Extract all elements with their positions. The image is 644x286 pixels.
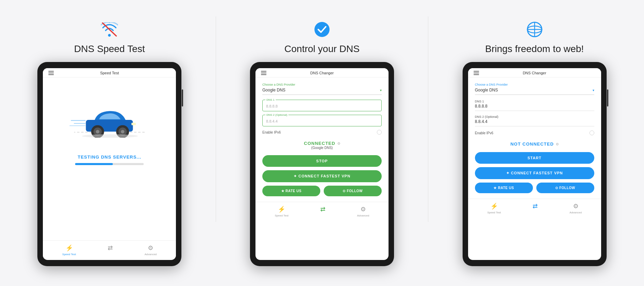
bottom-nav-3: ⚡ Speed Test ⇄ ⚙ Advanced xyxy=(468,199,601,217)
follow-button-2[interactable]: ⊙ FOLLOW xyxy=(324,186,382,196)
dns2-value-2: 8.8.4.4 xyxy=(266,119,378,123)
bottom-nav-2: ⚡ Speed Test ⇄ ⚙ Advanced xyxy=(255,202,389,220)
svg-rect-10 xyxy=(132,123,136,125)
progress-fill xyxy=(75,163,113,165)
nav-connect-2[interactable]: ⇄ xyxy=(320,206,325,217)
nav-advanced-2[interactable]: ⚙ Advanced xyxy=(357,206,369,217)
car-illustration xyxy=(65,95,154,142)
screen-3: DNS Changer Choose a DNS Provider Google… xyxy=(468,68,601,260)
enable-ipv6-3: Enable IPv6 xyxy=(475,130,594,135)
status-text-3: NOT CONNECTED xyxy=(510,141,553,147)
status-help-2: ⊙ xyxy=(337,141,340,145)
divider-1 xyxy=(216,16,216,222)
nav-connect-3[interactable]: ⇄ xyxy=(533,202,538,214)
dns2-field-3: DNS 2 (Optional) 8.8.4.4 xyxy=(475,115,594,126)
tablet-2: DNS Changer Choose a DNS Provider Google… xyxy=(250,62,394,266)
provider-select-2[interactable]: Google DNS ▾ xyxy=(262,88,382,95)
vpn-button-3[interactable]: ✦ CONNECT FASTEST VPN xyxy=(475,167,594,179)
btn-row-2: ★ RATE US ⊙ FOLLOW xyxy=(262,186,382,196)
dns2-label-2: DNS 2 (Optional) xyxy=(265,113,288,116)
screen-title-1: Speed Test xyxy=(100,71,119,75)
dns2-label-3: DNS 2 (Optional) xyxy=(475,115,594,119)
provider-value-2: Google DNS xyxy=(262,88,285,92)
dns1-field-3: DNS 1 8.8.8.8 xyxy=(475,100,594,111)
hamburger-menu-2[interactable] xyxy=(261,71,266,75)
bottom-nav-1: ⚡ Speed Test ⇄ ⚙ Advanced xyxy=(43,240,176,259)
nav-speed-test-2[interactable]: ⚡ Speed Test xyxy=(275,206,288,217)
ipv6-toggle-3[interactable] xyxy=(589,130,594,135)
panel-3-title: Brings freedom to web! xyxy=(485,43,584,54)
screen-title-3: DNS Changer xyxy=(523,71,546,75)
status-help-3: ⊙ xyxy=(556,142,559,146)
start-button[interactable]: START xyxy=(475,152,594,164)
status-text-2: CONNECTED xyxy=(304,141,335,146)
provider-select-3[interactable]: Google DNS ▾ xyxy=(475,88,594,95)
top-bar-2: DNS Changer xyxy=(255,68,389,77)
rate-button-3[interactable]: ★ RATE US xyxy=(475,183,533,193)
advanced-nav-icon-3: ⚙ xyxy=(573,202,579,210)
top-bar-3: DNS Changer xyxy=(468,68,601,77)
panel-freedom: Brings freedom to web! DNS Changer Choos… xyxy=(432,16,637,270)
dns1-field-2[interactable]: DNS 1 8.8.8.8 xyxy=(262,100,382,111)
app-container: DNS Speed Test Speed Test xyxy=(0,6,644,280)
enable-ipv6-2: Enable IPv6 xyxy=(262,130,382,135)
vpn-button-2[interactable]: ✦ CONNECT FASTEST VPN xyxy=(262,170,382,182)
nav-speed-test-3[interactable]: ⚡ Speed Test xyxy=(487,202,501,214)
panel-2-title: Control your DNS xyxy=(284,43,359,54)
dns2-value-3: 8.8.4.4 xyxy=(475,119,594,124)
connect-nav-icon-3: ⇄ xyxy=(533,202,538,210)
nav-advanced-3[interactable]: ⚙ Advanced xyxy=(570,202,582,214)
nav-connect-1[interactable]: ⇄ xyxy=(108,244,113,256)
nav-advanced-1[interactable]: ⚙ Advanced xyxy=(144,244,157,256)
screen-2: DNS Changer Choose a DNS Provider Google… xyxy=(255,68,389,260)
svg-point-9 xyxy=(121,130,124,133)
btn-row-3: ★ RATE US ⊙ FOLLOW xyxy=(475,183,594,193)
nav-label-speed-1: Speed Test xyxy=(62,253,76,256)
screen-title-2: DNS Changer xyxy=(310,71,334,75)
screen-1: Speed Test xyxy=(43,68,176,260)
connect-nav-icon-1: ⇄ xyxy=(108,244,113,252)
rate-button-2[interactable]: ★ RATE US xyxy=(262,186,320,196)
tablet-3: DNS Changer Choose a DNS Provider Google… xyxy=(463,62,607,266)
ipv6-label-3: Enable IPv6 xyxy=(475,131,493,135)
provider-label-2: Choose a DNS Provider xyxy=(262,83,382,86)
svg-point-14 xyxy=(82,134,138,137)
progress-bar xyxy=(75,163,144,165)
connect-nav-icon-2: ⇄ xyxy=(320,206,325,213)
testing-status-text: TESTING DNS SERVERS... xyxy=(77,154,141,160)
hamburger-menu-1[interactable] xyxy=(48,71,54,75)
nav-label-adv-1: Advanced xyxy=(144,253,157,256)
divider-2 xyxy=(428,16,428,222)
dns1-value-2: 8.8.8.8 xyxy=(266,104,378,108)
dns1-label-2: DNS 1 xyxy=(265,98,276,101)
follow-button-3[interactable]: ⊙ FOLLOW xyxy=(536,183,594,193)
speed-content: TESTING DNS SERVERS... xyxy=(43,77,176,179)
status-subtitle-2: (Google DNS) xyxy=(262,146,382,150)
panel-speed-test: DNS Speed Test Speed Test xyxy=(7,16,212,270)
dns-content-3: Choose a DNS Provider Google DNS ▾ DNS 1… xyxy=(468,77,601,199)
check-icon xyxy=(314,20,330,39)
advanced-nav-icon-1: ⚙ xyxy=(148,244,153,252)
panel-control-dns: Control your DNS DNS Changer Choose a DN… xyxy=(219,16,425,270)
tablet-1: Speed Test xyxy=(37,62,181,266)
wifi-icon xyxy=(101,20,118,39)
dns-content-2: Choose a DNS Provider Google DNS ▾ DNS 1… xyxy=(255,77,389,202)
provider-value-3: Google DNS xyxy=(475,88,498,92)
ipv6-toggle-2[interactable] xyxy=(377,130,382,135)
dns1-value-3: 8.8.8.8 xyxy=(475,104,594,109)
dns1-label-3: DNS 1 xyxy=(475,100,594,103)
stop-button[interactable]: STOP xyxy=(262,155,382,167)
dropdown-arrow-3: ▾ xyxy=(593,88,594,92)
speedtest-nav-icon: ⚡ xyxy=(65,244,73,252)
dropdown-arrow-2: ▾ xyxy=(380,88,382,92)
top-bar-1: Speed Test xyxy=(43,68,176,77)
hamburger-menu-3[interactable] xyxy=(474,71,479,75)
panel-1-title: DNS Speed Test xyxy=(74,43,145,54)
speedtest-nav-icon-2: ⚡ xyxy=(278,206,285,213)
nav-speed-test-1[interactable]: ⚡ Speed Test xyxy=(62,244,76,256)
dns2-field-2[interactable]: DNS 2 (Optional) 8.8.4.4 xyxy=(262,115,382,126)
speedtest-nav-icon-3: ⚡ xyxy=(490,202,498,210)
svg-point-15 xyxy=(314,22,330,37)
globe-icon xyxy=(526,20,543,39)
svg-point-6 xyxy=(96,130,99,133)
